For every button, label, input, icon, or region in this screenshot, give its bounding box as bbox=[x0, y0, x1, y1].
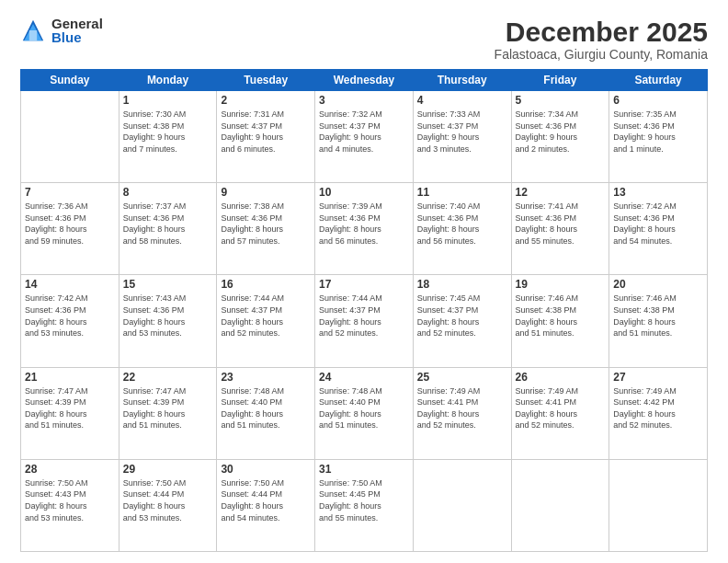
calendar-header-monday: Monday bbox=[119, 70, 217, 91]
calendar-cell bbox=[511, 459, 609, 551]
calendar-cell: 22Sunrise: 7:47 AM Sunset: 4:39 PM Dayli… bbox=[119, 367, 217, 459]
cell-info: Sunrise: 7:31 AM Sunset: 4:37 PM Dayligh… bbox=[221, 109, 311, 155]
calendar-cell: 11Sunrise: 7:40 AM Sunset: 4:36 PM Dayli… bbox=[413, 183, 511, 275]
calendar-cell: 23Sunrise: 7:48 AM Sunset: 4:40 PM Dayli… bbox=[217, 367, 315, 459]
calendar-header-friday: Friday bbox=[511, 70, 609, 91]
cell-info: Sunrise: 7:39 AM Sunset: 4:36 PM Dayligh… bbox=[319, 201, 409, 247]
cell-info: Sunrise: 7:43 AM Sunset: 4:36 PM Dayligh… bbox=[123, 293, 213, 339]
day-number: 29 bbox=[123, 463, 213, 476]
day-number: 27 bbox=[613, 371, 703, 384]
day-number: 11 bbox=[417, 186, 507, 199]
day-number: 5 bbox=[516, 94, 606, 107]
logo-general: General bbox=[51, 17, 103, 30]
cell-info: Sunrise: 7:33 AM Sunset: 4:37 PM Dayligh… bbox=[417, 109, 507, 155]
day-number: 13 bbox=[613, 186, 703, 199]
calendar-cell: 24Sunrise: 7:48 AM Sunset: 4:40 PM Dayli… bbox=[315, 367, 414, 459]
calendar-cell: 17Sunrise: 7:44 AM Sunset: 4:37 PM Dayli… bbox=[315, 275, 414, 367]
cell-info: Sunrise: 7:50 AM Sunset: 4:43 PM Dayligh… bbox=[25, 477, 115, 523]
day-number: 9 bbox=[221, 186, 311, 199]
calendar-cell: 2Sunrise: 7:31 AM Sunset: 4:37 PM Daylig… bbox=[217, 91, 315, 183]
logo-text: General Blue bbox=[51, 17, 103, 44]
calendar-cell: 1Sunrise: 7:30 AM Sunset: 4:38 PM Daylig… bbox=[119, 91, 217, 183]
calendar-cell: 9Sunrise: 7:38 AM Sunset: 4:36 PM Daylig… bbox=[217, 183, 315, 275]
day-number: 2 bbox=[221, 94, 311, 107]
day-number: 10 bbox=[319, 186, 409, 199]
calendar-week-1: 7Sunrise: 7:36 AM Sunset: 4:36 PM Daylig… bbox=[21, 183, 708, 275]
calendar-week-3: 21Sunrise: 7:47 AM Sunset: 4:39 PM Dayli… bbox=[21, 367, 708, 459]
cell-info: Sunrise: 7:45 AM Sunset: 4:37 PM Dayligh… bbox=[417, 293, 507, 339]
day-number: 28 bbox=[25, 463, 115, 476]
day-number: 24 bbox=[319, 371, 409, 384]
calendar-cell: 12Sunrise: 7:41 AM Sunset: 4:36 PM Dayli… bbox=[511, 183, 609, 275]
day-number: 25 bbox=[417, 371, 507, 384]
day-number: 22 bbox=[123, 371, 213, 384]
calendar-week-2: 14Sunrise: 7:42 AM Sunset: 4:36 PM Dayli… bbox=[21, 275, 708, 367]
calendar-cell: 10Sunrise: 7:39 AM Sunset: 4:36 PM Dayli… bbox=[315, 183, 414, 275]
calendar-cell: 18Sunrise: 7:45 AM Sunset: 4:37 PM Dayli… bbox=[413, 275, 511, 367]
subtitle: Falastoaca, Giurgiu County, Romania bbox=[495, 47, 708, 62]
cell-info: Sunrise: 7:48 AM Sunset: 4:40 PM Dayligh… bbox=[319, 385, 409, 431]
cell-info: Sunrise: 7:49 AM Sunset: 4:41 PM Dayligh… bbox=[516, 385, 606, 431]
cell-info: Sunrise: 7:44 AM Sunset: 4:37 PM Dayligh… bbox=[319, 293, 409, 339]
logo: General Blue bbox=[20, 17, 103, 44]
calendar-cell: 30Sunrise: 7:50 AM Sunset: 4:44 PM Dayli… bbox=[217, 459, 315, 551]
cell-info: Sunrise: 7:41 AM Sunset: 4:36 PM Dayligh… bbox=[516, 201, 606, 247]
calendar-cell: 31Sunrise: 7:50 AM Sunset: 4:45 PM Dayli… bbox=[315, 459, 414, 551]
calendar-cell: 4Sunrise: 7:33 AM Sunset: 4:37 PM Daylig… bbox=[413, 91, 511, 183]
calendar-header-row: SundayMondayTuesdayWednesdayThursdayFrid… bbox=[21, 70, 708, 91]
day-number: 30 bbox=[221, 463, 311, 476]
day-number: 20 bbox=[613, 278, 703, 291]
calendar-cell bbox=[609, 459, 708, 551]
calendar-cell: 13Sunrise: 7:42 AM Sunset: 4:36 PM Dayli… bbox=[609, 183, 708, 275]
cell-info: Sunrise: 7:30 AM Sunset: 4:38 PM Dayligh… bbox=[123, 109, 213, 155]
day-number: 12 bbox=[516, 186, 606, 199]
calendar-cell: 14Sunrise: 7:42 AM Sunset: 4:36 PM Dayli… bbox=[21, 275, 119, 367]
day-number: 23 bbox=[221, 371, 311, 384]
calendar-cell: 21Sunrise: 7:47 AM Sunset: 4:39 PM Dayli… bbox=[21, 367, 119, 459]
cell-info: Sunrise: 7:49 AM Sunset: 4:42 PM Dayligh… bbox=[613, 385, 703, 431]
calendar-cell bbox=[21, 91, 119, 183]
cell-info: Sunrise: 7:32 AM Sunset: 4:37 PM Dayligh… bbox=[319, 109, 409, 155]
cell-info: Sunrise: 7:50 AM Sunset: 4:45 PM Dayligh… bbox=[319, 477, 409, 523]
cell-info: Sunrise: 7:50 AM Sunset: 4:44 PM Dayligh… bbox=[123, 477, 213, 523]
day-number: 26 bbox=[516, 371, 606, 384]
calendar-cell: 7Sunrise: 7:36 AM Sunset: 4:36 PM Daylig… bbox=[21, 183, 119, 275]
cell-info: Sunrise: 7:38 AM Sunset: 4:36 PM Dayligh… bbox=[221, 201, 311, 247]
day-number: 21 bbox=[25, 371, 115, 384]
svg-rect-2 bbox=[29, 30, 37, 40]
cell-info: Sunrise: 7:44 AM Sunset: 4:37 PM Dayligh… bbox=[221, 293, 311, 339]
calendar-cell bbox=[413, 459, 511, 551]
day-number: 18 bbox=[417, 278, 507, 291]
cell-info: Sunrise: 7:36 AM Sunset: 4:36 PM Dayligh… bbox=[25, 201, 115, 247]
cell-info: Sunrise: 7:49 AM Sunset: 4:41 PM Dayligh… bbox=[417, 385, 507, 431]
day-number: 19 bbox=[516, 278, 606, 291]
calendar-cell: 28Sunrise: 7:50 AM Sunset: 4:43 PM Dayli… bbox=[21, 459, 119, 551]
calendar-header-sunday: Sunday bbox=[21, 70, 119, 91]
page: General Blue December 2025 Falastoaca, G… bbox=[0, 0, 728, 563]
cell-info: Sunrise: 7:46 AM Sunset: 4:38 PM Dayligh… bbox=[516, 293, 606, 339]
logo-blue: Blue bbox=[51, 30, 103, 44]
calendar-cell: 25Sunrise: 7:49 AM Sunset: 4:41 PM Dayli… bbox=[413, 367, 511, 459]
cell-info: Sunrise: 7:48 AM Sunset: 4:40 PM Dayligh… bbox=[221, 385, 311, 431]
calendar-header-thursday: Thursday bbox=[413, 70, 511, 91]
day-number: 6 bbox=[613, 94, 703, 107]
cell-info: Sunrise: 7:42 AM Sunset: 4:36 PM Dayligh… bbox=[613, 201, 703, 247]
logo-icon bbox=[20, 17, 46, 43]
cell-info: Sunrise: 7:34 AM Sunset: 4:36 PM Dayligh… bbox=[516, 109, 606, 155]
calendar-header-tuesday: Tuesday bbox=[217, 70, 315, 91]
day-number: 17 bbox=[319, 278, 409, 291]
calendar-header-saturday: Saturday bbox=[609, 70, 708, 91]
title-block: December 2025 Falastoaca, Giurgiu County… bbox=[495, 17, 708, 62]
calendar-cell: 3Sunrise: 7:32 AM Sunset: 4:37 PM Daylig… bbox=[315, 91, 414, 183]
cell-info: Sunrise: 7:35 AM Sunset: 4:36 PM Dayligh… bbox=[613, 109, 703, 155]
month-title: December 2025 bbox=[495, 17, 708, 47]
calendar-cell: 20Sunrise: 7:46 AM Sunset: 4:38 PM Dayli… bbox=[609, 275, 708, 367]
cell-info: Sunrise: 7:47 AM Sunset: 4:39 PM Dayligh… bbox=[25, 385, 115, 431]
calendar-week-4: 28Sunrise: 7:50 AM Sunset: 4:43 PM Dayli… bbox=[21, 459, 708, 551]
calendar-table: SundayMondayTuesdayWednesdayThursdayFrid… bbox=[20, 69, 708, 552]
calendar-week-0: 1Sunrise: 7:30 AM Sunset: 4:38 PM Daylig… bbox=[21, 91, 708, 183]
cell-info: Sunrise: 7:42 AM Sunset: 4:36 PM Dayligh… bbox=[25, 293, 115, 339]
day-number: 7 bbox=[25, 186, 115, 199]
header: General Blue December 2025 Falastoaca, G… bbox=[20, 17, 708, 62]
calendar-cell: 8Sunrise: 7:37 AM Sunset: 4:36 PM Daylig… bbox=[119, 183, 217, 275]
